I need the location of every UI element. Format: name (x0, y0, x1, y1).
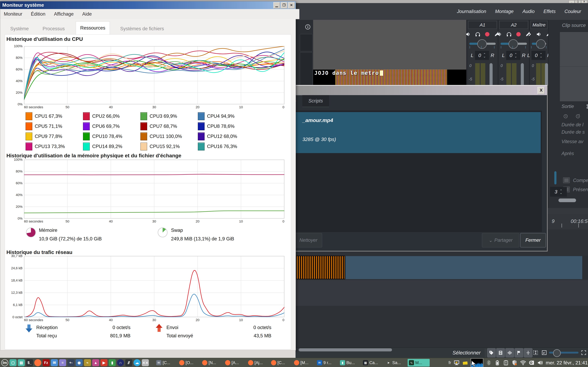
launcher-cloud-icon[interactable]: ☁ (134, 359, 141, 366)
menubar[interactable]: MoniteurÉditionAffichageAide (0, 9, 299, 19)
tab-syst-mes-de-fichiers[interactable]: Systèmes de fichiers (116, 23, 168, 34)
sticky-notes-icon[interactable] (462, 360, 468, 366)
use-timeline-zone-icon[interactable] (533, 350, 539, 356)
launcher-easytag-icon[interactable]: ⌁ (84, 359, 91, 366)
close-icon[interactable]: ✕ (288, 2, 295, 8)
expand-icon[interactable] (581, 350, 587, 356)
workspace-tab-effets[interactable]: Effets (544, 9, 555, 14)
bluetooth-icon[interactable] (486, 360, 492, 366)
launcher-player-icon[interactable]: ▶ (100, 359, 107, 366)
menu-item-édition[interactable]: Édition (31, 11, 45, 17)
volume-slider[interactable] (532, 43, 546, 45)
monitor-window-controls[interactable]: ▁ ❐ ✕ (273, 2, 295, 8)
speaker-icon[interactable] (497, 31, 502, 37)
launcher-audacity-icon[interactable]: ∩ (117, 359, 124, 366)
speaker-icon[interactable] (466, 31, 471, 37)
tab-processus[interactable]: Processus (38, 23, 69, 34)
workspace-tabs[interactable]: JournalisationMontageAudioEffetsCouleur (457, 3, 581, 20)
dialog-titlebar[interactable]: X (275, 86, 547, 95)
pan-spinbox[interactable]: 0⌃⌄ (531, 51, 545, 60)
taskbar-window-item[interactable]: [A... (224, 359, 246, 367)
tag-tool-button[interactable] (487, 348, 496, 358)
zoom-slider-knob[interactable] (553, 349, 561, 357)
wifi-icon[interactable] (520, 360, 526, 366)
record-icon[interactable] (516, 31, 521, 37)
monitor-tabs[interactable]: SystèmeProcessusRessourcesSystèmes de fi… (0, 19, 296, 34)
flag-tool-button[interactable] (515, 348, 523, 358)
chevron-right-icon[interactable] (527, 31, 532, 37)
battery-icon[interactable] (494, 360, 501, 366)
partager-button[interactable]: ⌄Partager (482, 233, 519, 247)
launcher-mintbackup-icon[interactable]: ▲ (92, 359, 99, 366)
workspace-tab-couleur[interactable]: Couleur (564, 9, 581, 14)
dialog-tab-scripts[interactable]: Scripts (302, 95, 329, 107)
marker-tool-button[interactable] (524, 348, 533, 358)
launcher-xtreme-icon[interactable]: ⨯⨯ (142, 359, 149, 366)
menu-item-affichage[interactable]: Affichage (54, 11, 74, 17)
launcher-files-icon[interactable]: ▢ (9, 359, 17, 366)
launcher-phone-icon[interactable]: ▮ (109, 359, 116, 366)
launcher-firefox-icon[interactable] (34, 359, 41, 366)
record-icon[interactable] (484, 31, 490, 37)
taskbar-clock[interactable]: mer. 22 févr., 21:41 (546, 360, 588, 366)
statusbar-tool-buttons[interactable] (487, 348, 533, 358)
volume-knob[interactable] (536, 39, 545, 49)
workspace-tab-montage[interactable]: Montage (495, 9, 514, 14)
screen-ruler-icon[interactable] (454, 360, 460, 366)
meter-scrollbar[interactable] (490, 63, 493, 86)
dialog-close-icon[interactable]: X (537, 87, 545, 94)
headphones-icon[interactable] (506, 31, 512, 37)
volume-icon[interactable] (537, 360, 543, 366)
render-job-item[interactable]: _amour.mp4 3285 @ 30 fps) (279, 112, 541, 153)
taskbar-window-item[interactable]: [Aj... (247, 359, 269, 367)
taskbar-window-item[interactable]: [C... (270, 359, 292, 367)
taskbar-launchers[interactable]: lm▢▤$_Fz✉≡+-◉⌁▲▶▮∩⫻☁⨯⨯ (0, 359, 149, 366)
clipboard-icon[interactable] (503, 360, 509, 366)
taskbar-window-active[interactable]: ∿M... (408, 359, 430, 367)
launcher-screenshot-icon[interactable]: ◉ (76, 359, 83, 366)
maximize-icon[interactable]: ▢ (575, 0, 581, 3)
launcher-mint-menu-icon[interactable]: lm (1, 359, 8, 366)
meter-scrollbar[interactable] (545, 63, 548, 86)
launcher-folder-icon[interactable]: ▤ (18, 359, 25, 366)
maximize-icon[interactable]: ❐ (281, 2, 287, 8)
pan-spinbox[interactable]: 0⌃⌄ (506, 51, 520, 60)
launcher-notes-icon[interactable]: ≡ (59, 359, 66, 366)
minimize-icon[interactable]: ▁ (273, 2, 280, 8)
nettoyer-button[interactable]: Nettoyer (295, 233, 322, 247)
volume-knob[interactable] (509, 39, 518, 49)
volume-knob[interactable] (477, 39, 487, 49)
kdenlive-window-controls[interactable]: _▢X (568, 0, 587, 3)
video-clip[interactable] (346, 256, 582, 279)
channel-label[interactable]: A2 (499, 21, 528, 29)
audio-clip-striped[interactable] (296, 256, 345, 279)
vertical-slider[interactable] (554, 171, 556, 184)
tab-syst-me[interactable]: Système (6, 23, 33, 34)
fit-zoom-icon[interactable] (541, 350, 547, 356)
timer-icons[interactable] (563, 113, 588, 119)
close-icon[interactable]: X (581, 0, 587, 3)
tab-ressources[interactable]: Ressources (76, 21, 110, 34)
keyboard-layout-indicator[interactable]: fr (449, 360, 451, 365)
headphones-icon[interactable] (475, 31, 481, 37)
channel-label[interactable]: Maître (531, 21, 547, 29)
monitor-titlebar[interactable]: Moniteur système ▁ ❐ ✕ (0, 1, 296, 9)
taskbar-window-item[interactable]: ▦Ca... (362, 359, 384, 367)
channel-label[interactable]: A1 (468, 21, 497, 29)
nvidia-icon[interactable] (528, 360, 535, 366)
meter-scrollbar[interactable] (521, 63, 524, 86)
timeline-track-2[interactable] (295, 280, 588, 306)
system-tray[interactable]: fr mer. 22 févr., 21:41 (449, 358, 588, 367)
timeline-track-1[interactable] (295, 256, 588, 279)
menu-item-moniteur[interactable]: Moniteur (4, 11, 22, 17)
value-spinbox[interactable]: 3⌃⌄ (550, 187, 567, 197)
fermer-button[interactable]: Fermer (520, 233, 546, 247)
taskbar-window-item[interactable]: ✉9 r... (316, 359, 338, 367)
job-list[interactable]: _amour.mp4 3285 @ 30 fps) (279, 111, 542, 232)
horizontal-scrollbar[interactable] (299, 348, 392, 351)
compensation-checkbox[interactable] (563, 177, 570, 183)
workspace-tab-audio[interactable]: Audio (522, 9, 535, 14)
workspace-tab-journalisation[interactable]: Journalisation (457, 9, 486, 14)
zoom-slider[interactable] (549, 352, 579, 354)
info-icon[interactable] (305, 24, 311, 30)
